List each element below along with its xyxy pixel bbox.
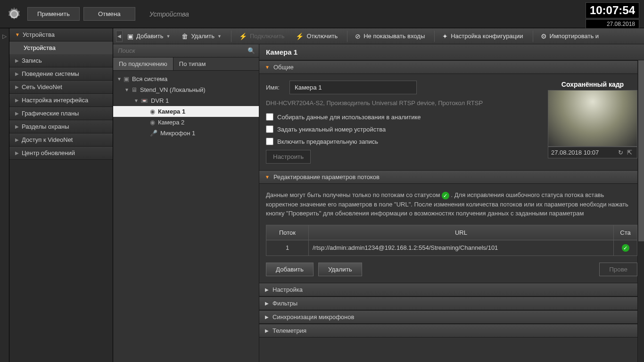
sidebar-item-label: Поведение системы [22,70,79,77]
analytics-checkbox[interactable] [266,113,273,121]
sidebar-collapse-handle[interactable]: ▷ [0,28,9,362]
section-label: Фильтры [272,300,297,307]
chevron-right-icon: ▶ [265,328,269,333]
import-label: Импортировать и [550,33,599,40]
preview-box: Сохранённый кадр 27.08.2018 10:07 ↻⇱ [548,81,637,164]
delete-label: Удалить [191,33,215,40]
sidebar-item-access[interactable]: ▶Доступ к VideoNet [9,133,113,147]
device-info: DHI-HCVR7204A-S2, Производитель Universa… [266,99,538,107]
chevron-right-icon: ▶ [15,111,19,116]
import-button[interactable]: ⚙Импортировать и [536,31,603,42]
sidebar-item-label: Запись [22,57,42,64]
add-stream-button[interactable]: Добавить [266,263,314,276]
chevron-right-icon: ▶ [265,301,269,306]
tab-by-connection[interactable]: По подключению [113,58,173,70]
detail-panel: Камера 1 ▼Общие Имя: DHI-HCVR7204A-S2, П… [259,44,644,362]
tree-dvr[interactable]: ▼📼DVR 1 [113,95,259,106]
tree-label: Камера 1 [158,108,185,115]
tree-server[interactable]: ▼🖥Stend_VN (Локальный) [113,84,259,95]
streams-table: Поток URL Ста 1 /rtsp://admin:admin1234@… [266,225,637,256]
delete-button[interactable]: 🗑Удалить▼ [177,31,226,42]
sidebar-item-label: Устройства [23,31,55,38]
table-row[interactable]: 1 /rtsp://admin:admin1234@192.168.1.2:55… [266,240,637,256]
sidebar-item-record[interactable]: ▶Запись [9,54,113,67]
sidebar-item-label: Доступ к VideoNet [22,136,73,143]
section-filters[interactable]: ▶Фильтры [259,296,644,310]
scrollbar-thumb[interactable] [638,60,644,241]
connect-button[interactable]: ⚡Подключить [234,31,289,42]
cell-url: /rtsp://admin:admin1234@192.168.1.2:554/… [309,240,614,256]
sidebar-item-updates[interactable]: ▶Центр обновлений [9,147,113,160]
name-label: Имя: [266,84,289,91]
sidebar-item-plans[interactable]: ▶Графические планы [9,107,113,120]
prerecord-checkbox[interactable] [266,138,273,145]
tree-label: Вся система [132,75,167,82]
name-input[interactable] [289,81,417,94]
tree-root[interactable]: ▼▣Вся система [113,74,259,84]
tree-tabs: По подключению По типам [113,58,259,71]
chevron-right-icon: ▶ [15,98,19,103]
chevron-right-icon: ▶ [265,314,269,320]
disconnect-button[interactable]: ⚡Отключить [291,31,342,42]
tree-camera2[interactable]: ◉Камера 2 [113,117,259,128]
configure-button[interactable]: Настроить [266,150,311,164]
config-label: Настройка конфигурации [451,33,523,40]
export-icon[interactable]: ⇱ [625,149,634,156]
sidebar-item-label: Центр обновлений [22,149,75,156]
sidebar-subitem-devices[interactable]: Устройства [9,41,113,54]
trash-icon: 🗑 [182,33,188,40]
tree-label: Микрофон 1 [160,130,195,137]
cell-stream-num: 1 [266,240,309,256]
verify-button[interactable]: Прове [599,263,637,276]
chevron-right-icon: ▶ [15,124,19,129]
cancel-button[interactable]: Отмена [83,7,135,21]
add-label: Добавить [136,33,163,40]
toolbar-prev[interactable]: ◀ [116,31,123,42]
search-input[interactable] [113,44,259,57]
add-button[interactable]: ▣Добавить▼ [123,31,175,42]
sidebar-item-behavior[interactable]: ▶Поведение системы [9,67,113,81]
section-mic-sync[interactable]: ▶Синхронизация микрофонов [259,310,644,324]
cell-status: ✓ [614,240,637,256]
tree-camera1[interactable]: ◉Камера 1 [113,106,259,117]
tree-label: DVR 1 [151,97,169,104]
col-url: URL [309,225,614,240]
sidebar-item-devices[interactable]: ▼ Устройства [9,28,113,41]
section-settings[interactable]: ▶Настройка [259,283,644,296]
chevron-right-icon: ▶ [265,287,269,292]
sidebar-item-network[interactable]: ▶Сеть VideoNet [9,81,113,94]
section-streams[interactable]: ▼Редактирование параметров потоков [259,170,644,184]
separator [231,31,231,42]
preview-image [548,90,637,147]
chevron-down-icon: ▼ [166,34,170,39]
toolbar: ◀ ▣Добавить▼ 🗑Удалить▼ ⚡Подключить ⚡Откл… [113,28,644,44]
sidebar-item-zones[interactable]: ▶Разделы охраны [9,120,113,133]
unplug-icon: ⚡ [296,33,304,40]
device-tree: ▼▣Вся система ▼🖥Stend_VN (Локальный) ▼📼D… [113,71,259,362]
apply-button[interactable]: Применить [27,7,80,21]
separator [533,31,533,42]
check-ok-icon: ✓ [622,244,629,252]
system-icon: ▣ [124,75,129,82]
scrollbar[interactable] [637,60,644,362]
section-general[interactable]: ▼Общие [259,60,644,74]
config-button[interactable]: ✦Настройка конфигурации [438,31,528,42]
sidebar-item-interface[interactable]: ▶Настройка интерфейса [9,94,113,107]
refresh-icon[interactable]: ↻ [616,149,625,156]
tab-by-type[interactable]: По типам [173,58,212,70]
sidebar-item-label: Разделы охраны [22,123,69,130]
delete-stream-button[interactable]: Удалить [318,263,362,276]
section-telemetry[interactable]: ▶Телеметрия [259,324,644,337]
chevron-down-icon: ▼ [134,98,140,103]
mic-icon: 🎤 [150,130,157,137]
sidebar-item-label: Настройка интерфейса [22,97,88,104]
chevron-down-icon: ▼ [15,32,20,37]
unique-id-checkbox[interactable] [266,125,273,133]
tree-mic1[interactable]: 🎤Микрофон 1 [113,128,259,139]
top-header: Применить Отмена Устройства 10:07:54 27.… [0,0,644,28]
page-title: Устройства [149,10,189,18]
search-icon[interactable]: 🔍 [248,47,255,54]
wrench-icon: ✦ [442,33,448,40]
gear-icon [5,5,24,24]
hide-inputs-button[interactable]: ⊘Не показывать входы [350,31,429,42]
